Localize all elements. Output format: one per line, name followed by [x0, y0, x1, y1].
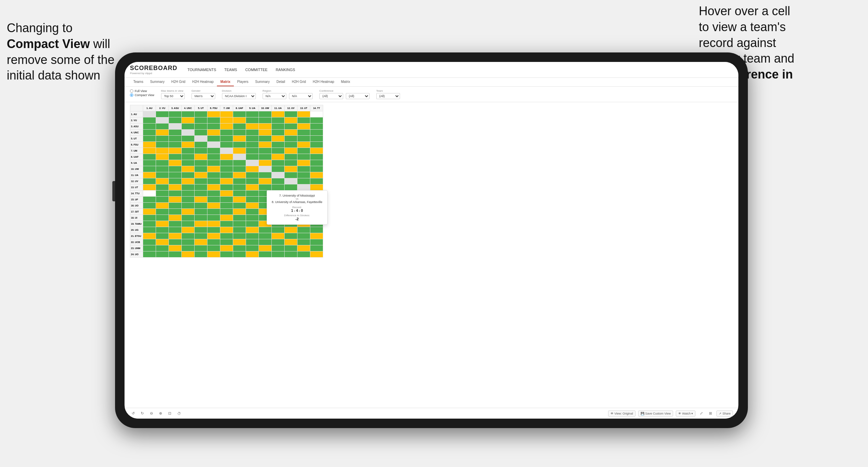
reset-button[interactable]: ⏱ — [176, 410, 183, 417]
tab-detail[interactable]: Detail — [273, 78, 289, 86]
matrix-cell[interactable] — [285, 154, 297, 160]
matrix-cell[interactable] — [233, 251, 246, 258]
matrix-cell[interactable] — [297, 111, 310, 117]
table-row[interactable]: 8. UAF — [130, 154, 323, 160]
matrix-cell[interactable] — [272, 160, 285, 166]
matrix-cell[interactable] — [246, 124, 259, 130]
table-row[interactable]: 3. ASU — [130, 124, 323, 130]
matrix-cell[interactable] — [259, 166, 272, 172]
matrix-cell[interactable] — [233, 130, 246, 136]
matrix-cell[interactable] — [220, 221, 233, 227]
matrix-cell[interactable] — [297, 172, 310, 178]
nav-committee[interactable]: COMMITTEE — [245, 66, 268, 73]
table-row[interactable]: 2. VU — [130, 117, 323, 124]
matrix-cell[interactable] — [143, 215, 156, 221]
matrix-cell[interactable] — [246, 221, 259, 227]
matrix-cell[interactable] — [220, 160, 233, 166]
matrix-cell[interactable] — [233, 239, 246, 245]
matrix-cell[interactable] — [233, 172, 246, 178]
table-row[interactable]: 10. UW — [130, 166, 323, 172]
matrix-cell[interactable] — [182, 215, 195, 221]
matrix-cell[interactable] — [233, 233, 246, 239]
filter-conference-select1[interactable]: (All) — [319, 93, 343, 99]
matrix-cell[interactable] — [220, 124, 233, 130]
matrix-cell[interactable] — [182, 233, 195, 239]
matrix-cell[interactable] — [195, 203, 207, 209]
table-row[interactable]: 13. UT — [130, 184, 323, 191]
matrix-cell[interactable] — [272, 130, 285, 136]
matrix-cell[interactable] — [246, 191, 259, 197]
matrix-cell[interactable] — [297, 245, 310, 251]
matrix-cell[interactable] — [233, 245, 246, 251]
matrix-cell[interactable] — [195, 209, 207, 215]
matrix-cell[interactable] — [297, 148, 310, 154]
tab-teams[interactable]: Teams — [130, 78, 147, 86]
matrix-cell[interactable] — [169, 154, 182, 160]
matrix-cell[interactable] — [220, 172, 233, 178]
matrix-cell[interactable] — [272, 233, 285, 239]
matrix-cell[interactable] — [233, 166, 246, 172]
matrix-cell[interactable] — [233, 136, 246, 142]
matrix-cell[interactable] — [246, 160, 259, 166]
matrix-cell[interactable] — [143, 209, 156, 215]
matrix-cell[interactable] — [220, 215, 233, 221]
tab-h2h-grid[interactable]: H2H Grid — [168, 78, 189, 86]
matrix-cell[interactable] — [310, 124, 323, 130]
fit-button[interactable]: ⊡ — [166, 410, 173, 417]
matrix-cell[interactable] — [143, 130, 156, 136]
table-row[interactable]: 6. FSU — [130, 142, 323, 148]
matrix-cell[interactable] — [182, 142, 195, 148]
matrix-cell[interactable] — [169, 215, 182, 221]
matrix-cell[interactable] — [259, 111, 272, 117]
matrix-cell[interactable] — [233, 142, 246, 148]
matrix-cell[interactable] — [220, 130, 233, 136]
matrix-cell[interactable] — [169, 191, 182, 197]
matrix-cell[interactable] — [233, 203, 246, 209]
matrix-cell[interactable] — [246, 154, 259, 160]
matrix-cell[interactable] — [233, 221, 246, 227]
matrix-cell[interactable] — [143, 197, 156, 203]
matrix-cell[interactable] — [272, 227, 285, 233]
matrix-cell[interactable] — [220, 166, 233, 172]
matrix-cell[interactable] — [220, 111, 233, 117]
matrix-cell[interactable] — [143, 136, 156, 142]
matrix-cell[interactable] — [285, 245, 297, 251]
matrix-cell[interactable] — [195, 239, 207, 245]
table-row[interactable]: 7. UM — [130, 148, 323, 154]
tab-h2h-heatmap[interactable]: H2H Heatmap — [189, 78, 217, 86]
matrix-cell[interactable] — [272, 184, 285, 191]
matrix-cell[interactable] — [169, 233, 182, 239]
matrix-cell[interactable] — [207, 154, 220, 160]
matrix-cell[interactable] — [297, 227, 310, 233]
filter-region-select2[interactable]: N/A — [289, 93, 313, 99]
matrix-cell[interactable] — [285, 251, 297, 258]
matrix-cell[interactable] — [195, 130, 207, 136]
matrix-cell[interactable] — [195, 136, 207, 142]
matrix-cell[interactable] — [169, 239, 182, 245]
matrix-cell[interactable] — [259, 124, 272, 130]
filter-conference-select2[interactable]: (All) — [346, 93, 370, 99]
matrix-cell[interactable] — [156, 245, 169, 251]
nav-rankings[interactable]: RANKINGS — [276, 66, 295, 73]
matrix-cell[interactable] — [310, 142, 323, 148]
matrix-cell[interactable] — [143, 251, 156, 258]
matrix-cell[interactable] — [207, 184, 220, 191]
matrix-cell[interactable] — [195, 148, 207, 154]
matrix-cell[interactable] — [207, 245, 220, 251]
matrix-cell[interactable] — [246, 209, 259, 215]
matrix-cell[interactable] — [297, 117, 310, 124]
matrix-cell[interactable] — [233, 227, 246, 233]
matrix-cell[interactable] — [169, 124, 182, 130]
matrix-cell[interactable] — [207, 239, 220, 245]
matrix-cell[interactable] — [156, 154, 169, 160]
matrix-cell[interactable] — [246, 148, 259, 154]
matrix-cell[interactable] — [143, 191, 156, 197]
tab-summary2[interactable]: Summary — [252, 78, 273, 86]
zoom-in-button[interactable]: ⊕ — [157, 410, 164, 417]
matrix-cell[interactable] — [143, 184, 156, 191]
matrix-cell[interactable] — [220, 233, 233, 239]
radio-full-view[interactable]: Full View — [130, 89, 154, 93]
matrix-cell[interactable] — [246, 197, 259, 203]
matrix-cell[interactable] — [297, 142, 310, 148]
matrix-cell[interactable] — [156, 233, 169, 239]
